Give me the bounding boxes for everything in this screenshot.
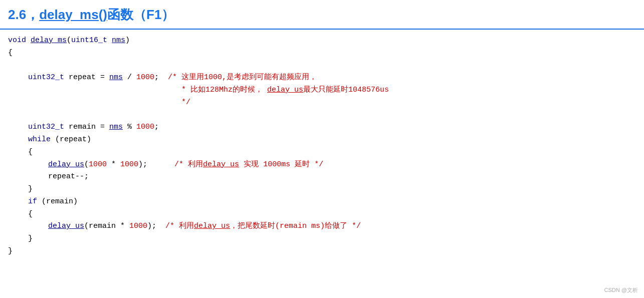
title-prefix: 2.6， bbox=[8, 7, 39, 22]
code-line-outer-brace-close: } bbox=[8, 245, 636, 258]
page-title: 2.6，delay_ms()函数（F1） bbox=[8, 7, 174, 22]
code-line-while-brace-close: } bbox=[8, 183, 636, 196]
code-line-signature: void delay_ms ( uint16_t nms ) bbox=[8, 35, 636, 47]
code-line-if: if (remain) bbox=[8, 196, 636, 208]
code-line-blank2 bbox=[8, 109, 636, 122]
watermark: CSDN @文析 bbox=[604, 286, 638, 294]
comment-delay-us-ref1: delay_us bbox=[267, 84, 303, 97]
func-delay-ms: delay_ms bbox=[31, 35, 67, 47]
func-call-delay-us-1: delay_us bbox=[48, 159, 84, 171]
keyword-while: while bbox=[28, 134, 51, 146]
code-line-comment-end: */ bbox=[8, 97, 636, 109]
code-line-repeat-decrement: repeat--; bbox=[8, 171, 636, 183]
comment-delay-us-ref2: delay_us bbox=[203, 159, 239, 171]
comment-delay-us-ref3: delay_us bbox=[194, 220, 230, 233]
title-function: delay_ms() bbox=[39, 7, 107, 22]
func-call-delay-us-2: delay_us bbox=[48, 220, 84, 233]
code-line-repeat-decl: uint32_t repeat = nms / 1000 ; /* 这里用100… bbox=[8, 72, 636, 84]
title-suffix: 函数（F1） bbox=[107, 7, 174, 22]
type-uint16: uint16_t bbox=[71, 35, 107, 47]
code-line-if-brace-open: { bbox=[8, 208, 636, 221]
code-line-while-brace-open: { bbox=[8, 146, 636, 159]
code-line-delay-us-1000: delay_us ( 1000 * 1000 ); /* 利用 delay_us… bbox=[8, 159, 636, 171]
code-line-if-brace-close: } bbox=[8, 233, 636, 245]
page-container: 2.6，delay_ms()函数（F1） void delay_ms ( uin… bbox=[0, 0, 644, 298]
keyword-if: if bbox=[28, 196, 37, 208]
keyword-void: void bbox=[8, 35, 26, 47]
param-nms: nms bbox=[112, 35, 125, 47]
code-line-blank1 bbox=[8, 60, 636, 72]
code-section: void delay_ms ( uint16_t nms ) { uint32_… bbox=[0, 30, 644, 268]
code-line-comment2: * 比如128Mhz的时候， delay_us 最大只能延时1048576us bbox=[8, 84, 636, 97]
code-line-while: while (repeat) bbox=[8, 134, 636, 146]
code-line-remain-decl: uint32_t remain = nms % 1000 ; bbox=[8, 121, 636, 134]
code-line-brace-open: { bbox=[8, 47, 636, 60]
code-line-delay-us-remain: delay_us (remain * 1000 ); /* 利用 delay_u… bbox=[8, 220, 636, 233]
title-section: 2.6，delay_ms()函数（F1） bbox=[0, 0, 644, 30]
